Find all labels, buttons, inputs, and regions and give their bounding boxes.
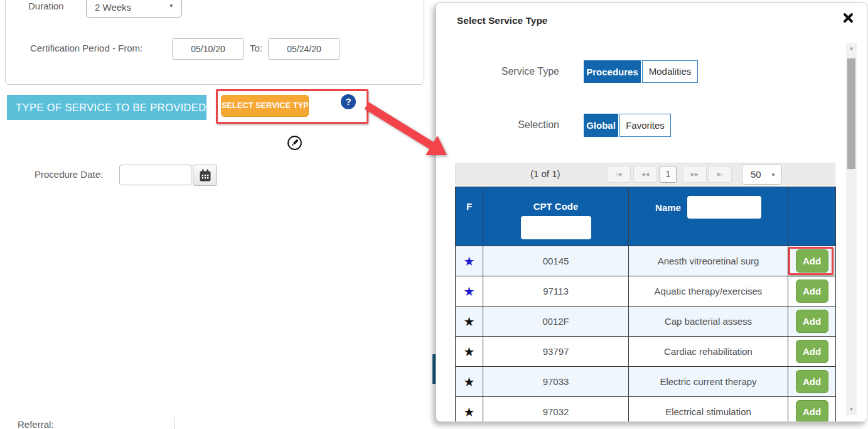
name-cell: Electrical stimulation	[629, 397, 788, 423]
procedure-date-label: Procedure Date:	[35, 169, 103, 180]
toggle-global[interactable]: Global	[584, 114, 618, 137]
calendar-button[interactable]	[193, 165, 217, 186]
add-button[interactable]: Add	[796, 370, 828, 393]
selection-label: Selection	[436, 119, 559, 131]
table-row: ★97113Aquatic therapy/exercisesAdd	[456, 276, 836, 307]
cpt-code-filter-input[interactable]	[521, 216, 591, 239]
select-service-type-button[interactable]: SELECT SERVICE TYPE	[221, 95, 309, 117]
paginator-last-icon[interactable]: ▶|	[708, 166, 732, 183]
cpt-code-cell: 00145	[483, 246, 629, 276]
page: Duration 2 Weeks ▼ Certification Period …	[0, 0, 868, 429]
toggle-modalities[interactable]: Modalities	[642, 60, 698, 83]
procedure-date-input[interactable]	[119, 165, 191, 185]
caret-down-icon: ▼	[169, 3, 174, 9]
add-button[interactable]: Add	[796, 310, 828, 333]
cpt-code-cell: 97032	[483, 397, 629, 423]
cpt-code-cell: 0012F	[483, 307, 629, 337]
paginator-first-icon[interactable]: |◀	[607, 166, 631, 183]
favorite-star-icon[interactable]: ★	[464, 375, 475, 389]
name-header-label: Name	[655, 202, 681, 213]
add-button[interactable]: Add	[796, 400, 828, 422]
toggle-procedures[interactable]: Procedures	[584, 60, 641, 83]
duration-select[interactable]: 2 Weeks ▼	[86, 0, 182, 18]
favorite-star-icon[interactable]: ★	[464, 285, 475, 298]
type-of-service-banner: TYPE OF SERVICE TO BE PROVIDED	[7, 95, 206, 120]
certification-to-input[interactable]	[268, 38, 340, 60]
scrollbar-thumb[interactable]	[847, 58, 855, 169]
table-row: ★97032Electrical stimulationAdd	[456, 397, 836, 423]
paginator-page-1[interactable]: 1	[660, 166, 677, 183]
paginator: (1 of 1) |◀ ◀◀ 1 ▶▶ ▶| 50 ▼	[455, 163, 835, 185]
name-cell: Electric current therapy	[629, 367, 788, 397]
edit-pencil-icon[interactable]	[287, 135, 303, 151]
name-cell: Cap bacterial assess	[629, 307, 788, 337]
table-row: ★97033Electric current therapyAdd	[456, 367, 836, 397]
paginator-next-icon[interactable]: ▶▶	[683, 166, 707, 183]
column-header-favorite: F	[456, 187, 483, 246]
cpt-code-cell: 97033	[483, 367, 629, 397]
name-filter-input[interactable]	[687, 196, 761, 219]
paginator-prev-icon[interactable]: ◀◀	[633, 166, 657, 183]
name-cell: Cardiac rehabilitation	[629, 337, 788, 367]
calendar-icon	[199, 169, 212, 182]
column-header-name: Name	[629, 187, 788, 246]
modal-scrollbar[interactable]: ▲ ▼	[846, 43, 857, 415]
paginator-status: (1 of 1)	[530, 163, 560, 185]
add-button[interactable]: Add	[796, 340, 828, 363]
cpt-table: F CPT Code Name ★00145Anesth vitreoretin…	[455, 187, 836, 422]
duration-select-value: 2 Weeks	[95, 2, 131, 13]
add-button[interactable]: Add	[796, 280, 828, 303]
referral-label: Referral:	[18, 419, 54, 429]
favorite-star-icon[interactable]: ★	[464, 315, 475, 329]
cpt-code-cell: 93797	[483, 337, 629, 367]
rows-per-page-select[interactable]: 50 ▼	[742, 164, 782, 185]
close-icon[interactable]	[842, 11, 855, 25]
scroll-down-icon[interactable]: ▼	[846, 404, 857, 415]
rows-per-page-value: 50	[751, 169, 761, 180]
cpt-code-header-label: CPT Code	[483, 201, 628, 212]
to-label: To:	[250, 43, 262, 53]
table-row: ★0012FCap bacterial assessAdd	[456, 307, 836, 337]
caret-down-icon: ▼	[771, 172, 776, 178]
table-row: ★00145Anesth vitreoretinal surgAdd	[456, 246, 836, 276]
cpt-code-cell: 97113	[483, 276, 629, 307]
add-button[interactable]: Add	[796, 249, 828, 273]
favorite-star-icon[interactable]: ★	[464, 405, 475, 419]
favorite-star-icon[interactable]: ★	[464, 345, 475, 359]
table-row: ★93797Cardiac rehabilitationAdd	[456, 337, 836, 367]
service-type-label: Service Type	[436, 66, 559, 77]
name-cell: Aquatic therapy/exercises	[629, 276, 788, 307]
certification-period-label: Certification Period - From:	[30, 43, 142, 53]
column-header-cpt: CPT Code	[483, 187, 629, 246]
form-divider	[174, 417, 174, 429]
duration-label: Duration	[28, 1, 64, 11]
help-icon[interactable]: ?	[341, 94, 356, 109]
column-header-actions	[788, 187, 836, 246]
name-cell: Anesth vitreoretinal surg	[629, 246, 788, 276]
scroll-up-icon[interactable]: ▲	[846, 43, 857, 54]
toggle-favorites[interactable]: Favorites	[619, 114, 671, 137]
select-service-type-modal: Select Service Type Service Type Procedu…	[436, 2, 867, 422]
favorite-star-icon[interactable]: ★	[464, 254, 475, 268]
modal-title: Select Service Type	[457, 15, 547, 26]
certification-from-input[interactable]	[172, 38, 244, 60]
